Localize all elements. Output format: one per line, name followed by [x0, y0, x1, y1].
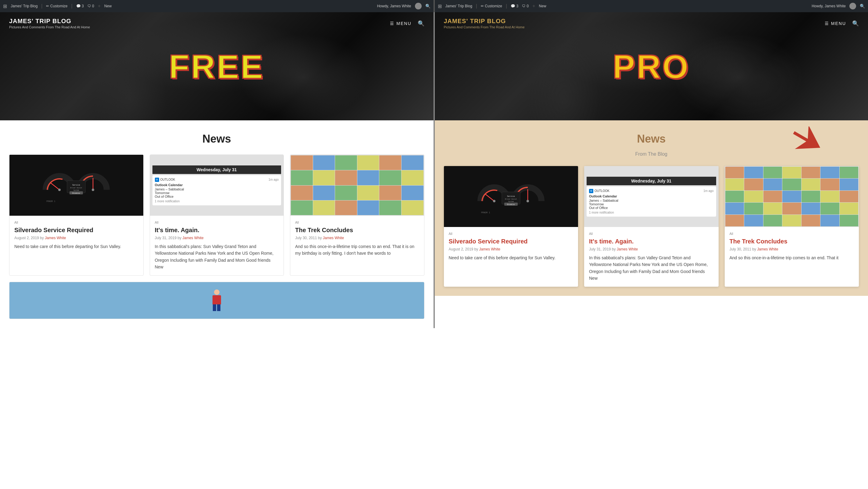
right-speedometer-svg: Service Driver Assist System Dismiss PRN…: [477, 177, 545, 216]
right-search-icon[interactable]: 🔍: [852, 20, 859, 27]
left-card-1-image: Service Driver Assist System Dismiss PRN…: [9, 155, 143, 216]
customize-link-r[interactable]: ✏ Customize: [481, 4, 502, 8]
left-menu-button[interactable]: ☰ MENU: [390, 21, 411, 26]
rpc-3: [764, 167, 782, 178]
left-card-3-excerpt: And so this once-in-a-lifetime trip come…: [295, 243, 419, 257]
pc-23: [379, 200, 401, 215]
notif-more: 1 more notification: [155, 200, 279, 203]
rpc-28: [840, 203, 859, 214]
right-card-2-tag: All: [589, 232, 714, 235]
customize-link[interactable]: ✏ Customize: [46, 4, 67, 8]
right-time-ago: 1m ago: [703, 189, 713, 193]
pc-20: [313, 200, 335, 215]
right-card-2-body: All It's time. Again. July 31, 2019 by J…: [584, 227, 719, 287]
rpc-4: [782, 167, 801, 178]
right-menu-button[interactable]: ☰ MENU: [825, 21, 846, 26]
right-notif-more: 1 more notification: [589, 211, 714, 214]
left-card-1-author[interactable]: James White: [45, 236, 66, 240]
left-card-2-title[interactable]: It's time. Again.: [155, 226, 279, 234]
rpc-33: [802, 215, 820, 226]
right-calendar-notification: O OUTLOOK 1m ago Outlook Calendar James …: [587, 187, 716, 217]
comments-link-r[interactable]: 💬 3: [511, 4, 518, 8]
left-news-heading: News: [9, 133, 424, 145]
rpc-11: [782, 178, 801, 190]
svg-marker-11: [792, 126, 822, 154]
left-card-3-title[interactable]: The Trek Concludes: [295, 226, 419, 234]
left-card-1-title[interactable]: Silverado Service Required: [14, 226, 138, 234]
left-blog-title: JAMES' TRIP BLOG Pictures And Comments F…: [9, 18, 90, 29]
rpc-22: [725, 203, 744, 214]
right-card-3-excerpt: And so this once-in-a-lifetime trip come…: [730, 254, 854, 261]
rpc-25: [782, 203, 801, 214]
pending-link[interactable]: 🗨 0: [88, 4, 94, 8]
photo-collage: [290, 155, 424, 216]
left-hero-label: FREE: [169, 47, 264, 86]
right-card-2[interactable]: Wednesday, July 31 O OUTLOOK 1m ago Outl…: [584, 166, 719, 287]
left-card-2-author[interactable]: James White: [182, 236, 204, 240]
search-admin-icon-r[interactable]: 🔍: [860, 4, 865, 8]
rpc-16: [744, 191, 763, 202]
rpc-13: [820, 178, 839, 190]
speedometer-image: Service Driver Assist System Dismiss PRN…: [9, 155, 143, 216]
comments-link[interactable]: 💬 3: [76, 4, 84, 8]
right-card-1-title[interactable]: Silverado Service Required: [449, 237, 574, 245]
avatar-r: [849, 3, 856, 9]
howdy-text-r: Howdy, James White: [812, 4, 846, 8]
right-card-2-title[interactable]: It's time. Again.: [589, 237, 714, 245]
right-hamburger-icon: ☰: [825, 21, 829, 26]
left-card-2-body: All It's time. Again. July 31, 2019 by J…: [150, 216, 284, 275]
right-blog-name: JAMES' TRIP BLOG: [444, 18, 525, 25]
pc-8: [313, 170, 335, 185]
wp-logo-icon-r[interactable]: ⊞: [438, 3, 442, 9]
rpc-18: [782, 191, 801, 202]
new-link-r[interactable]: New: [539, 4, 546, 8]
left-small-card-1[interactable]: [9, 282, 424, 319]
pc-19: [291, 200, 313, 215]
site-name-link-r[interactable]: James' Trip Blog: [445, 4, 472, 8]
search-admin-icon[interactable]: 🔍: [425, 4, 431, 8]
left-search-icon[interactable]: 🔍: [418, 20, 424, 27]
pc-15: [335, 186, 357, 200]
left-panel: JAMES' TRIP BLOG Pictures And Comments F…: [0, 12, 434, 328]
right-card-3-tag: All: [730, 232, 854, 235]
right-speedometer-image: Service Driver Assist System Dismiss PRN…: [444, 166, 578, 227]
outlook-label: OUTLOOK: [160, 178, 175, 181]
rpc-30: [744, 215, 763, 226]
left-card-3-date: July 30, 2011 by James White: [295, 236, 419, 240]
left-card-1[interactable]: Service Driver Assist System Dismiss PRN…: [9, 155, 144, 276]
pc-3: [335, 155, 357, 170]
site-name-link[interactable]: James' Trip Blog: [11, 4, 37, 8]
wp-logo-icon[interactable]: ⊞: [3, 3, 7, 9]
right-card-3-author[interactable]: James White: [757, 247, 778, 251]
svg-text:Driver Assist: Driver Assist: [505, 198, 517, 200]
left-card-2-image: Wednesday, July 31 O OUTLOOK 1m ago Outl…: [150, 155, 284, 216]
pending-link-r[interactable]: 🗨 0: [522, 4, 529, 8]
left-card-2[interactable]: Wednesday, July 31 O OUTLOOK 1m ago Outl…: [150, 155, 284, 276]
left-hero: JAMES' TRIP BLOG Pictures And Comments F…: [0, 12, 434, 120]
left-card-3[interactable]: All The Trek Concludes July 30, 2011 by …: [290, 155, 424, 276]
pc-13: [291, 186, 313, 200]
left-card-1-body: All Silverado Service Required August 2,…: [9, 216, 143, 255]
right-card-3[interactable]: All The Trek Concludes July 30, 2011 by …: [725, 166, 859, 287]
right-outlook-badge: O OUTLOOK: [589, 189, 610, 193]
rpc-34: [820, 215, 839, 226]
rpc-14: [840, 178, 859, 190]
left-cards-grid: Service Driver Assist System Dismiss PRN…: [9, 155, 424, 276]
right-card-2-author[interactable]: James White: [617, 247, 638, 251]
left-card-3-author[interactable]: James White: [323, 236, 344, 240]
pc-6: [402, 155, 424, 170]
left-card-3-tag: All: [295, 221, 419, 224]
right-cards-grid: Service Driver Assist System Dismiss PRN…: [444, 166, 859, 287]
left-card-3-body: All The Trek Concludes July 30, 2011 by …: [290, 216, 424, 262]
new-link[interactable]: New: [104, 4, 112, 8]
pc-16: [357, 186, 379, 200]
right-blog-title: JAMES' TRIP BLOG Pictures And Comments F…: [444, 18, 525, 29]
pc-2: [313, 155, 335, 170]
right-card-1[interactable]: Service Driver Assist System Dismiss PRN…: [444, 166, 578, 287]
rpc-10: [764, 178, 782, 190]
right-card-3-title[interactable]: The Trek Concludes: [730, 237, 854, 245]
left-admin-bar: ⊞ James' Trip Blog | ✏ Customize | 💬 3 🗨…: [0, 0, 434, 12]
right-card-3-date: July 30, 2011 by James White: [730, 247, 854, 251]
left-card-2-date: July 31, 2019 by James White: [155, 236, 279, 240]
right-card-1-author[interactable]: James White: [479, 247, 500, 251]
